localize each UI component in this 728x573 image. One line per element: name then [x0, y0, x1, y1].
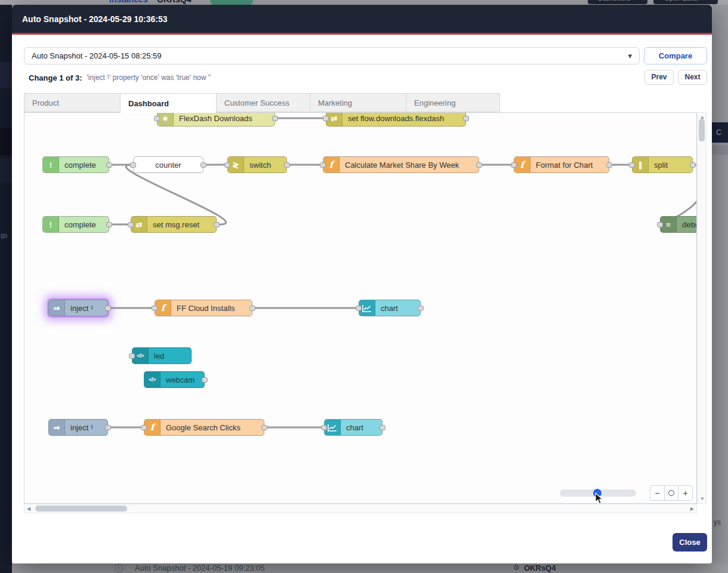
port-left[interactable] [321, 425, 327, 430]
node-inject-2[interactable]: ⇒ inject ¹ [48, 419, 108, 436]
port-right[interactable] [690, 162, 696, 168]
node-led[interactable]: </> led [132, 347, 192, 364]
horizontal-scrollbar[interactable]: ◀ ▶ [24, 504, 697, 513]
port-left[interactable] [129, 353, 135, 359]
node-chart-1[interactable]: chart [359, 300, 421, 316]
tab-engineering[interactable]: Engineering [406, 93, 500, 112]
port-left[interactable] [511, 162, 517, 168]
scroll-left-icon[interactable]: ◀ [27, 506, 30, 512]
port-left[interactable] [141, 425, 147, 430]
node-label: split [649, 161, 674, 170]
scroll-down-icon[interactable]: ▼ [700, 496, 705, 501]
zoom-in-button[interactable]: + [678, 486, 692, 500]
node-flexdash-downloads[interactable]: ∗ FlexDash Downloads [157, 112, 275, 127]
zoom-reset-icon [668, 490, 674, 496]
node-set-msg-reset[interactable]: ⇄ set msg.reset [131, 216, 217, 233]
node-split[interactable]: ∥ split [632, 156, 693, 173]
inject-icon: ⇒ [49, 420, 65, 435]
snapshot-select-value: Auto Snapshot - 2024-05-15 08:25:59 [32, 51, 162, 60]
node-label: complete [59, 161, 102, 170]
port-left[interactable] [224, 162, 230, 168]
node-label: led [149, 352, 170, 361]
node-label: complete [59, 220, 102, 229]
node-complete-1[interactable]: ! complete [42, 156, 109, 173]
vertical-scrollbar-thumb[interactable] [699, 119, 705, 141]
node-inject-1-highlighted[interactable]: ⇒ inject ¹ [48, 300, 108, 316]
port-right[interactable] [418, 306, 424, 311]
port-left[interactable] [323, 116, 329, 121]
port-right[interactable] [284, 162, 290, 168]
tab-product[interactable]: Product [24, 93, 121, 112]
snapshot-select[interactable]: Auto Snapshot - 2024-05-15 08:25:59 ▾ [24, 47, 640, 64]
zoom-out-button[interactable]: − [650, 486, 665, 500]
node-label: inject ¹ [65, 423, 99, 432]
split-icon: ∥ [633, 157, 649, 172]
port-left[interactable] [657, 222, 663, 227]
node-google-search-clicks[interactable]: f Google Search Clicks [144, 419, 264, 436]
flow-tabs: Product Dashboard Customer Success Marke… [24, 93, 500, 112]
complete-icon: ! [43, 217, 59, 232]
code-icon: </> [132, 348, 149, 363]
port-right[interactable] [380, 425, 385, 430]
tab-dashboard[interactable]: Dashboard [120, 93, 217, 113]
port-left[interactable] [356, 306, 362, 311]
port-right[interactable] [214, 222, 220, 227]
complete-icon: ! [43, 157, 59, 172]
function-icon: f [144, 420, 161, 435]
horizontal-scrollbar-thumb[interactable] [35, 506, 127, 512]
node-label: switch [244, 161, 277, 170]
scroll-right-icon[interactable]: ▶ [690, 506, 694, 512]
flow-canvas[interactable]: ∗ FlexDash Downloads ⇄ set flow.download… [24, 112, 697, 504]
port-left[interactable] [154, 116, 160, 121]
port-right[interactable] [200, 162, 206, 168]
node-switch[interactable]: ≷ switch [227, 156, 287, 173]
node-label: set msg.reset [147, 220, 205, 229]
zoom-controls: − + [650, 485, 693, 501]
change-description: 'inject ¹' property 'once' was 'true' no… [87, 73, 211, 82]
node-complete-2[interactable]: ! complete [42, 216, 109, 233]
compare-button[interactable]: Compare [644, 47, 707, 64]
node-format-for-chart[interactable]: f Format for Chart [514, 156, 609, 173]
port-right[interactable] [606, 162, 612, 168]
node-debug[interactable]: ≡ debug [660, 216, 697, 233]
node-label: debug [677, 220, 697, 229]
tab-customer-success[interactable]: Customer Success [216, 93, 310, 112]
port-left[interactable] [130, 162, 136, 168]
port-right[interactable] [106, 162, 112, 168]
close-button[interactable]: Close [673, 533, 707, 552]
node-label: inject ¹ [65, 304, 99, 313]
node-label: chart [341, 423, 369, 432]
node-webcam[interactable]: </> webcam [144, 371, 205, 388]
port-left[interactable] [320, 162, 326, 168]
node-set-flow-downloads[interactable]: ⇄ set flow.downloads.flexdash [326, 112, 466, 127]
vertical-scrollbar[interactable]: ▲ ▼ [697, 112, 707, 504]
node-counter[interactable]: counter [133, 156, 203, 173]
port-right[interactable] [105, 306, 111, 311]
flexdash-icon: ∗ [158, 112, 174, 126]
node-calculate-market-share[interactable]: f Calculate Market Share By Week [323, 156, 479, 173]
node-label: chart [375, 304, 404, 313]
port-right[interactable] [476, 162, 482, 168]
next-button[interactable]: Next [678, 70, 707, 85]
node-chart-2[interactable]: chart [324, 419, 382, 436]
change-count-label: Change 1 of 3: [29, 73, 82, 82]
prev-button[interactable]: Prev [644, 70, 674, 85]
port-right[interactable] [272, 116, 278, 121]
port-right[interactable] [106, 222, 112, 227]
tab-marketing[interactable]: Marketing [310, 93, 406, 112]
port-left[interactable] [629, 162, 635, 168]
function-icon: f [514, 157, 530, 172]
code-icon: </> [144, 372, 161, 387]
zoom-reset-button[interactable] [665, 486, 679, 500]
port-right[interactable] [463, 116, 469, 121]
port-left[interactable] [152, 306, 158, 311]
node-ff-cloud-installs[interactable]: f FF Cloud Installs [155, 300, 252, 316]
node-label: FF Cloud Installs [171, 304, 241, 313]
port-right[interactable] [105, 425, 111, 430]
port-right[interactable] [249, 306, 255, 311]
port-right[interactable] [202, 377, 208, 383]
modal-header: Auto Snapshot - 2024-05-29 10:36:53 [12, 5, 712, 35]
port-left[interactable] [128, 222, 134, 227]
chart-icon [325, 420, 341, 435]
port-right[interactable] [261, 425, 267, 430]
